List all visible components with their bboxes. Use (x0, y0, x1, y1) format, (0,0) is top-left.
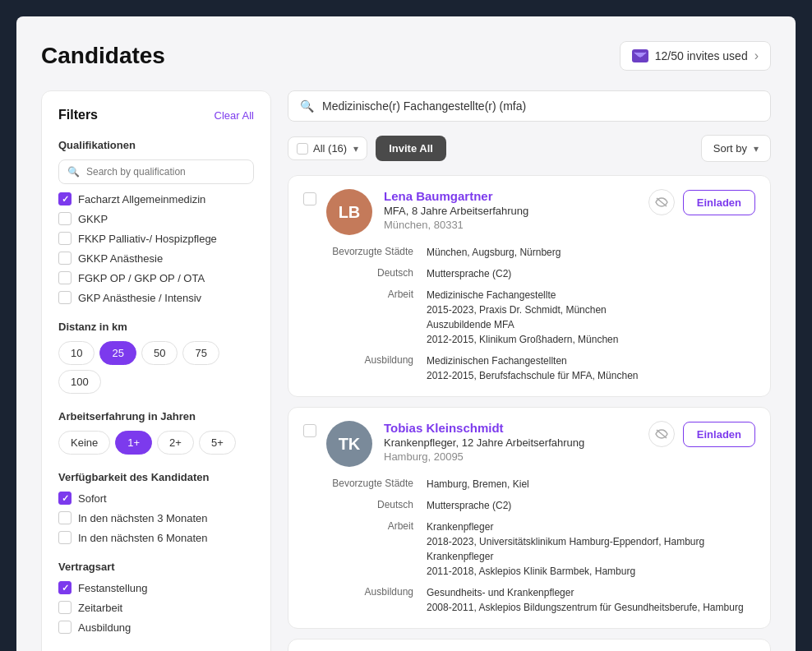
contract-checkbox-3[interactable] (58, 621, 72, 634)
select-all-dropdown[interactable]: All (16) ▾ (288, 136, 367, 160)
qualifications-label: Qualifikationen (58, 139, 254, 151)
qual-item-2[interactable]: GKKP (58, 212, 254, 225)
distance-50[interactable]: 50 (141, 341, 178, 365)
toolbar-left: All (16) ▾ Invite All (288, 136, 446, 161)
candidate-1-checkbox[interactable] (303, 192, 316, 205)
distance-100[interactable]: 100 (58, 370, 101, 394)
qual-checkbox-1[interactable] (58, 192, 72, 205)
exp-2plus[interactable]: 2+ (157, 431, 194, 455)
qual-item-1[interactable]: Facharzt Allgemeinmedizin (58, 192, 254, 205)
invites-chevron-icon: › (754, 48, 759, 63)
candidate-2-avatar: TK (326, 421, 372, 467)
avail-checkbox-1[interactable] (58, 492, 72, 505)
qual-checkbox-3[interactable] (58, 232, 72, 245)
avail-item-3[interactable]: In den nächsten 6 Monaten (58, 531, 254, 544)
qual-item-3[interactable]: FKKP Palliativ-/ Hospizpflege (58, 232, 254, 245)
candidate-card-2: TK Tobias Kleinschmidt Krankenpfleger, 1… (288, 407, 771, 629)
candidates-toolbar: All (16) ▾ Invite All Sort by ▾ (288, 135, 771, 162)
distance-section: Distanz in km 10 25 50 75 100 (58, 321, 254, 394)
availability-label: Verfügbarkeit des Kandidaten (58, 471, 254, 483)
availability-section: Verfügbarkeit des Kandidaten Sofort In d… (58, 471, 254, 544)
qualification-search-input[interactable] (86, 166, 245, 178)
qual-checkbox-4[interactable] (58, 252, 72, 265)
avail-checkbox-2[interactable] (58, 511, 72, 524)
distance-10[interactable]: 10 (58, 341, 95, 365)
distance-75[interactable]: 75 (182, 341, 219, 365)
contract-label: Vertragsart (58, 561, 254, 573)
select-all-chevron-icon: ▾ (353, 143, 358, 155)
search-bar: 🔍 (288, 90, 771, 122)
avail-item-1[interactable]: Sofort (58, 492, 254, 505)
qualifications-section: Qualifikationen 🔍 Facharzt Allgemeinmedi… (58, 139, 254, 304)
candidates-content: 🔍 All (16) ▾ Invite All Sort by ▾ (288, 90, 771, 651)
svg-rect-0 (634, 51, 647, 61)
avail-item-2[interactable]: In den nächsten 3 Monaten (58, 511, 254, 524)
candidate-1-avatar: LB (326, 189, 372, 235)
candidate-2-hide-button[interactable] (648, 421, 675, 447)
candidate-1-location: München, 80331 (384, 219, 648, 231)
exp-none[interactable]: Keine (58, 431, 110, 455)
candidate-2-subtitle: Krankenpfleger, 12 Jahre Arbeitserfahrun… (384, 436, 648, 449)
search-qualification-icon: 🔍 (67, 166, 80, 178)
sort-chevron-icon: ▾ (754, 143, 759, 155)
distance-25[interactable]: 25 (99, 341, 136, 365)
candidate-1-name: Lena Baumgartner (384, 189, 648, 203)
candidate-2-checkbox[interactable] (303, 424, 316, 437)
qual-item-4[interactable]: GKKP Anästhesie (58, 252, 254, 265)
candidate-1-invite-button[interactable]: Einladen (683, 190, 755, 215)
exp-5plus[interactable]: 5+ (199, 431, 236, 455)
qual-checkbox-2[interactable] (58, 212, 72, 225)
avail-checkbox-3[interactable] (58, 531, 72, 544)
distance-label: Distanz in km (58, 321, 254, 333)
envelope-icon (632, 49, 648, 62)
experience-section: Arbeitserfahrung in Jahren Keine 1+ 2+ 5… (58, 410, 254, 455)
sort-dropdown[interactable]: Sort by ▾ (701, 135, 771, 162)
candidate-2-location: Hamburg, 20095 (384, 450, 648, 463)
contract-section: Vertragsart Festanstellung Zeitarbeit Au… (58, 561, 254, 634)
search-bar-icon: 🔍 (300, 99, 314, 113)
candidate-1-subtitle: MFA, 8 Jahre Arbeitserfahrung (384, 205, 648, 217)
candidates-search-input[interactable] (322, 99, 759, 113)
clear-all-button[interactable]: Clear All (215, 109, 254, 122)
contract-item-1[interactable]: Festanstellung (58, 581, 254, 594)
candidate-card-1: LB Lena Baumgartner MFA, 8 Jahre Arbeits… (288, 175, 771, 397)
invites-count: 12/50 invites used (655, 49, 748, 62)
filters-sidebar: Filters Clear All Qualifikationen 🔍 Fach… (41, 90, 271, 651)
candidate-2-invite-button[interactable]: Einladen (683, 422, 755, 447)
exp-1plus[interactable]: 1+ (115, 431, 152, 455)
candidate-1-hide-button[interactable] (648, 189, 675, 215)
page-title: Candidates (41, 43, 165, 69)
contract-checkbox-2[interactable] (58, 601, 72, 614)
contract-item-2[interactable]: Zeitarbeit (58, 601, 254, 614)
candidate-2-name: Tobias Kleinschmidt (384, 421, 648, 435)
invite-all-button[interactable]: Invite All (376, 136, 446, 161)
select-all-label: All (16) (313, 142, 347, 155)
qual-checkbox-6[interactable] (58, 291, 72, 304)
contract-item-3[interactable]: Ausbildung (58, 621, 254, 634)
qual-checkbox-5[interactable] (58, 271, 72, 284)
candidate-card-3: SE Sophie Eckert Einladen (288, 639, 771, 651)
sort-label: Sort by (713, 142, 747, 155)
invites-badge[interactable]: 12/50 invites used › (620, 41, 771, 71)
contract-checkbox-1[interactable] (58, 581, 72, 594)
qual-item-5[interactable]: FGKP OP / GKP OP / OTA (58, 271, 254, 284)
candidate-2-details: Bevorzugte Städte Hamburg, Bremen, Kiel … (303, 477, 755, 615)
experience-label: Arbeitserfahrung in Jahren (58, 410, 254, 422)
candidate-2-info: Tobias Kleinschmidt Krankenpfleger, 12 J… (384, 421, 648, 463)
candidate-1-info: Lena Baumgartner MFA, 8 Jahre Arbeitserf… (384, 189, 648, 231)
candidate-1-details: Bevorzugte Städte München, Augsburg, Nür… (303, 245, 755, 383)
filters-title: Filters (58, 108, 98, 122)
select-all-checkbox[interactable] (297, 143, 308, 155)
qual-item-6[interactable]: GKP Anästhesie / Intensiv (58, 291, 254, 304)
